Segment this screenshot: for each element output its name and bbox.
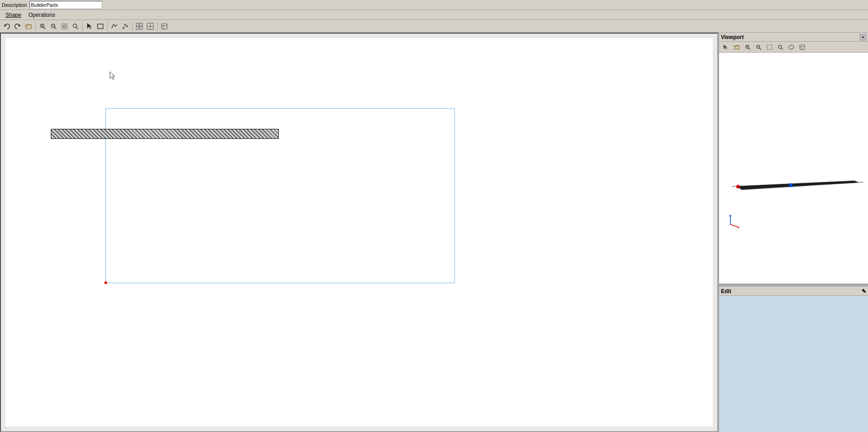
svg-rect-19 [136,23,139,26]
svg-line-11 [76,27,78,29]
zoom-fit-button[interactable] [38,21,48,31]
vp-arrow-button[interactable] [721,42,731,52]
view-button[interactable] [159,21,169,31]
svg-rect-26 [162,24,167,29]
drawing-viewport [5,38,713,427]
edit-panel-title: Edit [721,288,731,295]
shape-origin-dot [104,281,107,284]
redo-button[interactable] [13,21,23,31]
viewport-3d-canvas [719,53,868,284]
svg-marker-29 [110,72,115,79]
beam-shape [51,129,279,139]
vp-zoom-fit-button[interactable] [743,42,753,52]
svg-line-18 [125,25,127,26]
svg-line-41 [781,48,783,49]
svg-line-17 [123,25,125,28]
node-button[interactable] [120,21,130,31]
edit-panel-edit-icon[interactable]: ✎ [862,288,866,295]
sep-4 [132,22,133,31]
svg-rect-43 [800,44,805,49]
svg-marker-30 [724,44,728,49]
vp-selected-point [789,183,793,187]
viewport-title-bar: Viewport × [719,33,868,42]
svg-rect-39 [767,44,772,49]
edit-panel-title-bar: Edit ✎ [719,287,868,296]
sep-3 [107,22,108,31]
svg-marker-12 [87,23,92,29]
edit-panel: Edit ✎ [719,287,868,432]
description-bar: Description [0,0,868,10]
open-button[interactable] [24,21,34,31]
vp-cube-button[interactable] [786,42,796,52]
svg-line-2 [44,27,45,29]
svg-rect-21 [136,27,139,29]
select-button[interactable] [84,21,94,31]
viewport-toolbar [719,42,868,53]
sep-5 [157,22,158,31]
main-toolbar [0,20,868,33]
edit-panel-content [719,296,868,432]
zoom-out-button[interactable] [70,21,80,31]
vp-origin-dot [736,185,740,188]
viewport-title: Viewport [721,34,744,40]
menu-item-shape[interactable]: Shape [2,11,25,19]
grid-button[interactable] [145,21,155,31]
sep-2 [82,22,83,31]
svg-marker-47 [729,215,732,216]
vp-view-button[interactable] [797,42,807,52]
vp-axes [729,215,740,228]
svg-rect-22 [140,27,143,29]
viewport-close-button[interactable]: × [860,34,866,40]
svg-point-9 [63,25,66,28]
svg-line-6 [54,27,56,29]
viewport-panel: Viewport × [719,33,868,285]
svg-line-48 [730,225,739,227]
undo-button[interactable] [2,21,12,31]
svg-marker-42 [789,44,794,49]
sep-1 [35,22,36,31]
rect-select-button[interactable] [95,21,105,31]
description-input[interactable] [30,1,102,9]
zoom-in-button[interactable] [49,21,59,31]
snap-button[interactable] [134,21,144,31]
right-panel: Viewport × [718,33,868,432]
vp-open-button[interactable] [732,42,742,52]
description-label: Description [2,2,27,8]
poly-button[interactable] [109,21,119,31]
cursor-indicator [109,71,116,79]
svg-point-10 [73,24,77,28]
svg-line-33 [749,48,750,49]
vp-zoom-out-button[interactable] [775,42,785,52]
vp-zoom-in-button[interactable] [754,42,764,52]
svg-rect-20 [140,23,143,26]
main-layout: Viewport × [0,33,868,432]
svg-rect-13 [98,24,103,29]
zoom-area-button[interactable] [59,21,69,31]
menu-item-operations[interactable]: Operations [25,11,59,19]
viewport-3d-svg [719,53,868,284]
menu-bar: Shape Operations [0,10,868,20]
svg-rect-8 [62,24,67,29]
vp-zoom-area-button[interactable] [764,42,774,52]
svg-point-40 [779,45,782,48]
canvas-area[interactable] [0,33,718,432]
svg-line-37 [760,48,761,49]
